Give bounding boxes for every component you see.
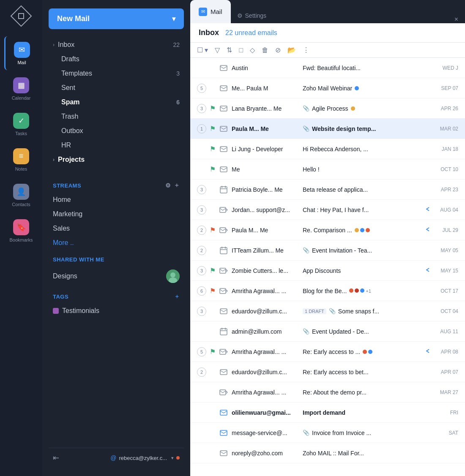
stream-item-sales[interactable]: Sales [49,221,184,236]
email-subject-area: Beta release of applica... [303,186,421,193]
brand-logo-icon [11,5,32,27]
thread-count: 2 [197,367,206,377]
email-subject-area: Re: Early access to bet... [303,369,421,375]
email-subject-area: Fwd: Beautiful locati... [303,65,421,71]
flag-icon: ⚑ [210,125,216,133]
mail-type-icon [219,226,228,235]
sidebar-item-notes[interactable]: ≡ Notes [4,143,38,177]
folder-item-projects[interactable]: › Projects [49,152,184,167]
email-sender: Zombie Cutters... le... [232,267,299,274]
user-dropdown-icon[interactable]: ▾ [171,455,174,461]
email-subject: Re. Comparison ... [303,227,352,234]
tab-settings[interactable]: ⚙ Settings [231,8,273,23]
streams-section-header: STREAMS ⚙ ＋ [53,182,180,189]
shared-item-designs[interactable]: Designs [49,266,184,286]
sidebar-item-calendar[interactable]: ▦ Calendar [4,72,38,106]
user-email-area[interactable]: @ rebecca@zylker.c... ▾ [110,454,180,461]
email-subject: Website design temp... [312,125,376,132]
email-row[interactable]: 1⚑Paula M... Me📎Website design temp...MA… [190,119,465,139]
email-row[interactable]: AustinFwd: Beautiful locati...WED J [190,58,465,78]
collapse-sidebar-button[interactable]: ⇤ [53,453,59,462]
notes-icon: ≡ [13,148,29,164]
mail-type-icon [219,124,228,133]
folder-item-templates[interactable]: Templates 3 [49,66,184,81]
stream-item-marketing[interactable]: Marketing [49,207,184,221]
folder-item-trash[interactable]: Trash [49,109,184,124]
block-button[interactable]: ⊘ [275,46,281,54]
email-row[interactable]: message-service@...📎Invoice from Invoice… [190,423,465,443]
tags-section-header: TAGS ＋ [53,293,180,300]
email-row[interactable]: ⚑MeHello !OCT 10 [190,159,465,180]
tab-mail[interactable]: ✉ Mail [190,0,231,23]
folder-item-sent[interactable]: Sent [49,81,184,95]
email-subject-area: Re: About the demo pr... [303,389,421,396]
tab-close-button[interactable]: × [448,16,465,23]
sidebar-item-tasks[interactable]: ✓ Tasks [4,107,38,141]
thread-count: 3 [197,185,206,194]
email-row[interactable]: 3⚑Zombie Cutters... le...App DiscountsMA… [190,261,465,281]
dots-extra-badge: +1 [366,288,371,294]
stream-item-home[interactable]: Home [49,193,184,207]
folder-label-projects: Projects [58,156,85,163]
toolbar: ☐ ▾ ▽ ⇅ □ ◇ 🗑 ⊘ 📂 ⋮ [190,43,465,58]
email-subject: Fwd: Beautiful locati... [303,65,361,71]
email-subject-area: Import demand [303,409,421,416]
email-color-dots [351,106,355,111]
tag-item-testimonials[interactable]: Testimonials [49,304,184,318]
email-subject: Zoho Mail Webinar [303,85,352,92]
folder-item-hr[interactable]: HR [49,138,184,152]
email-sender: Amritha Agrawal... ... [232,348,299,355]
shared-section-header: SHARED WITH ME [53,256,180,263]
stream-item-more[interactable]: More .. [49,236,184,250]
shared-label-designs: Designs [53,272,77,280]
email-date: WED J [435,65,458,71]
streams-add-icon[interactable]: ＋ [174,182,180,189]
streams-settings-icon[interactable]: ⚙ [165,182,171,189]
sidebar-item-mail[interactable]: ✉ Mail [4,36,38,70]
tags-add-icon[interactable]: ＋ [174,293,180,300]
email-row[interactable]: 5Me... Paula MZoho Mail WebinarSEP 07 [190,78,465,98]
label-button[interactable]: ◇ [250,46,255,54]
email-color-dots [363,350,372,354]
more-button[interactable]: ⋮ [303,46,309,54]
email-row[interactable]: noreply@zoho.comZoho MAIL :: Mail For... [190,443,465,463]
mail-header: Inbox 22 unread emails [190,23,465,43]
filter-button[interactable]: ▽ [215,46,220,54]
new-mail-button[interactable]: New Mail ▾ [49,8,184,29]
select-all-button[interactable]: ☐ ▾ [197,46,208,54]
folder-item-spam[interactable]: Spam 6 [49,95,184,109]
email-row[interactable]: 2eduardov@zillum.c...Re: Early access to… [190,362,465,382]
folder-item-outbox[interactable]: Outbox [49,124,184,138]
folder-item-inbox[interactable]: › Inbox 22 [49,38,184,52]
svg-rect-3 [220,65,227,71]
email-row[interactable]: 2ITTeam Zillum... Me📎Event Invitation - … [190,240,465,261]
email-row[interactable]: olilienwuaru@gmai...Import demandFRI [190,403,465,423]
sort-button[interactable]: ⇅ [227,46,232,54]
folder-label-outbox: Outbox [61,127,83,135]
mail-icon: ✉ [14,42,30,58]
email-date: OCT 04 [435,308,458,314]
folder-item-drafts[interactable]: Drafts [49,52,184,66]
email-row[interactable]: 3⚑Lana Bryante... Me📎Agile ProcessAPR 26 [190,98,465,119]
email-row[interactable]: ⚑Li Jung - DeveloperHi Rebecca Anderson,… [190,139,465,159]
email-row[interactable]: 2⚑Paula M... MeRe. Comparison ...JUL 29 [190,220,465,240]
email-row[interactable]: admin@zillum.com📎Event Updated - De...AU… [190,321,465,342]
sidebar-item-bookmarks[interactable]: 🔖 Bookmarks [4,214,38,248]
email-row[interactable]: 6⚑Amritha Agrawal... ...Blog for the Be.… [190,281,465,301]
delete-button[interactable]: 🗑 [262,46,268,54]
sidebar-item-contacts[interactable]: 👤 Contacts [4,178,38,212]
archive-button[interactable]: 📂 [287,46,296,54]
email-row[interactable]: 3Jordan... support@z...Chat : Hey Pat, I… [190,200,465,220]
email-row[interactable]: 3eduardov@zillum.c...1 DRAFT📎Some snaps … [190,301,465,321]
mail-type-icon [219,307,228,316]
email-row[interactable]: 3Patricia Boyle... MeBeta release of app… [190,180,465,200]
folder-button[interactable]: □ [239,46,243,54]
svg-rect-5 [220,106,227,111]
email-subject: Agile Process [312,105,348,112]
sidebar-footer: ⇤ @ rebecca@zylker.c... ▾ [49,448,184,468]
mail-type-icon [219,367,228,377]
email-subject-area: Hello ! [303,166,421,173]
email-row[interactable]: Amritha Agrawal... ...Re: About the demo… [190,382,465,403]
email-row[interactable]: 5⚑Amritha Agrawal... ...Re: Early access… [190,342,465,362]
email-sender: Li Jung - Developer [232,146,299,152]
